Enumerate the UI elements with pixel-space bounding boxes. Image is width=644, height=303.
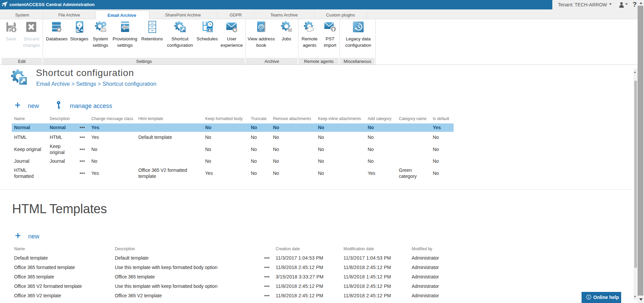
svg-text:@: @ <box>258 23 265 30</box>
